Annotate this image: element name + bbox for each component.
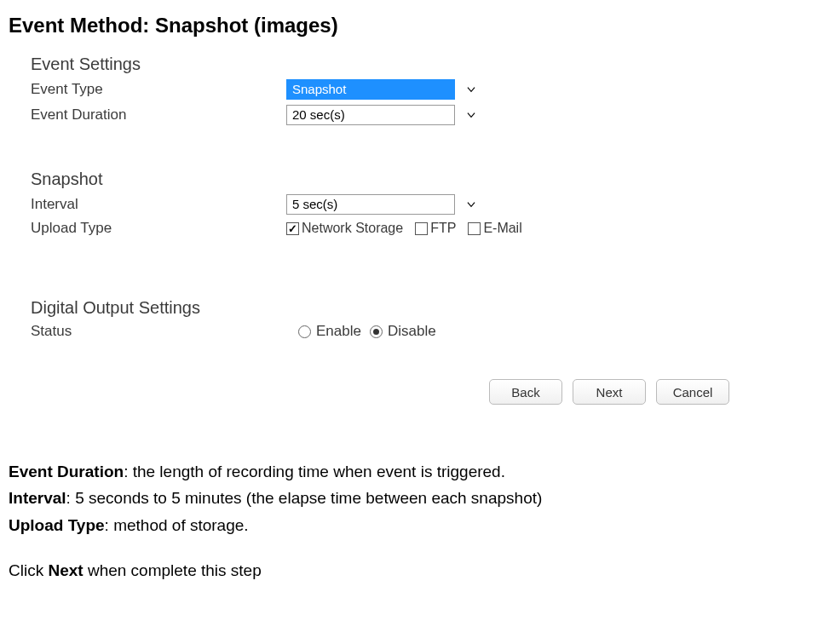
chevron-down-icon[interactable] bbox=[462, 194, 481, 215]
radio-label: Disable bbox=[388, 323, 436, 340]
page-title: Event Method: Snapshot (images) bbox=[9, 14, 835, 37]
desc-text: Click bbox=[9, 561, 48, 579]
select-interval[interactable]: 5 sec(s) bbox=[286, 194, 481, 215]
section-heading-digital-output: Digital Output Settings bbox=[31, 298, 729, 318]
section-heading-snapshot: Snapshot bbox=[31, 170, 729, 189]
checkbox-ftp[interactable]: FTP bbox=[415, 221, 456, 236]
label-interval: Interval bbox=[31, 196, 286, 213]
upload-type-group: Network Storage FTP E-Mail bbox=[286, 221, 522, 236]
checkbox-icon bbox=[286, 222, 299, 235]
radio-disable[interactable]: Disable bbox=[370, 323, 436, 340]
radio-icon bbox=[298, 325, 311, 338]
row-upload-type: Upload Type Network Storage FTP E-Mail bbox=[31, 220, 729, 237]
back-button[interactable]: Back bbox=[489, 379, 562, 405]
row-event-type: Event Type Snapshot bbox=[31, 79, 729, 100]
checkbox-label: FTP bbox=[430, 221, 456, 236]
select-event-type-value: Snapshot bbox=[286, 79, 455, 100]
section-heading-event-settings: Event Settings bbox=[31, 55, 729, 74]
desc-text: when complete this step bbox=[84, 561, 262, 579]
desc-term: Interval bbox=[9, 489, 66, 507]
desc-term: Upload Type bbox=[9, 516, 105, 534]
checkbox-label: Network Storage bbox=[302, 221, 403, 236]
desc-text: : the length of recording time when even… bbox=[124, 463, 505, 480]
settings-form: Event Settings Event Type Snapshot Event… bbox=[31, 55, 729, 405]
desc-line-interval: Interval: 5 seconds to 5 minutes (the el… bbox=[9, 486, 835, 510]
radio-label: Enable bbox=[316, 323, 361, 340]
desc-closing: Click Next when complete this step bbox=[9, 558, 835, 583]
desc-line-event-duration: Event Duration: the length of recording … bbox=[9, 459, 835, 484]
desc-text: : method of storage. bbox=[105, 516, 249, 534]
select-event-duration[interactable]: 20 sec(s) bbox=[286, 105, 481, 125]
row-event-duration: Event Duration 20 sec(s) bbox=[31, 105, 729, 125]
checkbox-network-storage[interactable]: Network Storage bbox=[286, 221, 403, 236]
checkbox-email[interactable]: E-Mail bbox=[468, 221, 521, 236]
chevron-down-icon[interactable] bbox=[462, 79, 481, 100]
checkbox-icon bbox=[468, 222, 481, 235]
checkbox-label: E-Mail bbox=[483, 221, 521, 236]
chevron-down-icon[interactable] bbox=[462, 105, 481, 125]
label-event-duration: Event Duration bbox=[31, 106, 286, 124]
description-block: Event Duration: the length of recording … bbox=[9, 459, 835, 584]
desc-line-upload-type: Upload Type: method of storage. bbox=[9, 513, 835, 538]
select-event-duration-value: 20 sec(s) bbox=[286, 105, 455, 125]
desc-term: Event Duration bbox=[9, 463, 124, 480]
label-event-type: Event Type bbox=[31, 81, 286, 98]
desc-term: Next bbox=[48, 561, 83, 579]
label-upload-type: Upload Type bbox=[31, 220, 286, 237]
next-button[interactable]: Next bbox=[573, 379, 646, 405]
button-row: Back Next Cancel bbox=[31, 379, 729, 405]
radio-enable[interactable]: Enable bbox=[298, 323, 361, 340]
row-status: Status Enable Disable bbox=[31, 323, 729, 340]
checkbox-icon bbox=[415, 222, 428, 235]
row-interval: Interval 5 sec(s) bbox=[31, 194, 729, 215]
select-interval-value: 5 sec(s) bbox=[286, 194, 455, 215]
label-status: Status bbox=[31, 323, 286, 340]
select-event-type[interactable]: Snapshot bbox=[286, 79, 481, 100]
desc-text: : 5 seconds to 5 minutes (the elapse tim… bbox=[66, 489, 543, 507]
cancel-button[interactable]: Cancel bbox=[656, 379, 729, 405]
status-radio-group: Enable Disable bbox=[298, 323, 436, 340]
radio-icon bbox=[370, 325, 383, 338]
